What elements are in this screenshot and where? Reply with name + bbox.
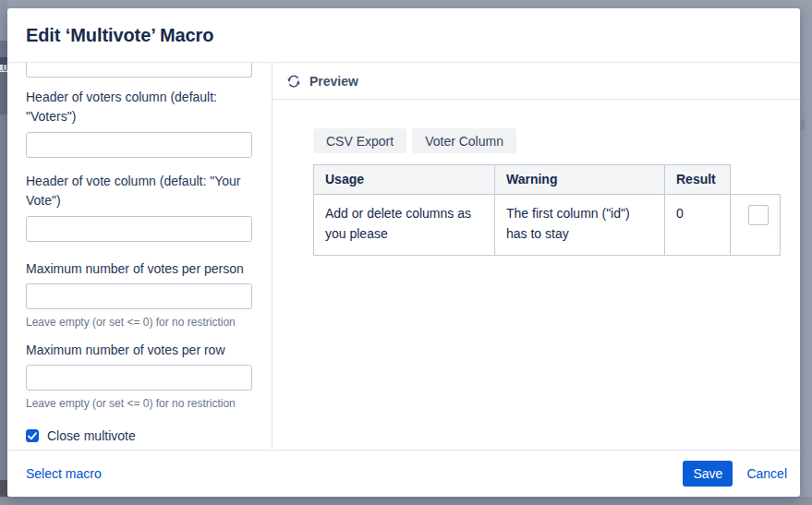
vote-header-input[interactable] — [26, 216, 252, 242]
backdrop-left-sliver — [0, 480, 7, 497]
preview-header: Preview — [273, 63, 800, 100]
backdrop-left-sliver — [0, 114, 7, 480]
col-header-warning: Warning — [495, 165, 665, 195]
preview-title: Preview — [309, 74, 358, 89]
field-label-max-votes-person: Maximum number of votes per person — [26, 259, 252, 279]
backdrop-left-sliver — [0, 0, 7, 41]
close-multivote-row[interactable]: Close multivote — [26, 428, 272, 443]
save-button[interactable]: Save — [683, 461, 733, 487]
checkmark-icon — [28, 432, 37, 440]
preview-table: Usage Warning Result Add or delete colum… — [313, 164, 781, 256]
cancel-link[interactable]: Cancel — [746, 466, 787, 481]
dialog-header: Edit ‘Multivote’ Macro — [7, 8, 800, 63]
macro-params-panel: Header of voters column (default: "Voter… — [7, 63, 273, 450]
col-header-result: Result — [665, 165, 731, 195]
field-label-voters-header: Header of voters column (default: "Voter… — [26, 88, 252, 126]
col-header-usage: Usage — [314, 165, 495, 195]
max-votes-row-input[interactable] — [26, 365, 252, 391]
backdrop-left-sliver — [0, 41, 7, 57]
dialog-title: Edit ‘Multivote’ Macro — [26, 25, 213, 46]
table-row: Add or delete columns as you please The … — [314, 195, 781, 256]
max-votes-person-help: Leave empty (or set <= 0) for no restric… — [26, 316, 272, 329]
select-macro-link[interactable]: Select macro — [26, 466, 102, 481]
dialog-footer: Select macro Save Cancel — [7, 450, 800, 497]
preview-content: CSV Export Voter Column Usage Warning Re… — [273, 100, 800, 256]
cell-usage: Add or delete columns as you please — [314, 195, 495, 256]
backdrop-bottom-strip — [0, 497, 812, 505]
field-input-partial[interactable] — [26, 63, 252, 78]
backdrop-peek-text: .0 — [0, 65, 7, 72]
field-label-vote-header: Header of vote column (default: "Your Vo… — [26, 172, 252, 210]
backdrop-scrollbar-thumb — [801, 119, 805, 130]
table-header-row: Usage Warning Result — [314, 165, 781, 195]
edit-macro-dialog: Edit ‘Multivote’ Macro Header of voters … — [7, 8, 800, 497]
voter-column-button[interactable]: Voter Column — [412, 128, 516, 153]
preview-panel: Preview CSV Export Voter Column Usage Wa… — [273, 63, 800, 450]
max-votes-row-help: Leave empty (or set <= 0) for no restric… — [26, 397, 272, 410]
cell-vote — [731, 195, 781, 256]
backdrop-left-sliver — [0, 72, 7, 114]
refresh-icon[interactable] — [286, 74, 301, 89]
cell-warning: The first column ("id") has to stay — [495, 195, 665, 256]
vote-checkbox[interactable] — [748, 205, 769, 225]
csv-export-button[interactable]: CSV Export — [313, 128, 406, 153]
cell-result: 0 — [665, 195, 731, 256]
col-header-vote-empty — [731, 165, 781, 195]
close-multivote-checkbox[interactable] — [26, 429, 39, 442]
max-votes-person-input[interactable] — [26, 283, 252, 309]
field-label-max-votes-row: Maximum number of votes per row — [26, 341, 252, 360]
voters-header-input[interactable] — [26, 132, 252, 158]
close-multivote-label: Close multivote — [47, 428, 136, 443]
backdrop-left-sliver — [0, 57, 7, 65]
